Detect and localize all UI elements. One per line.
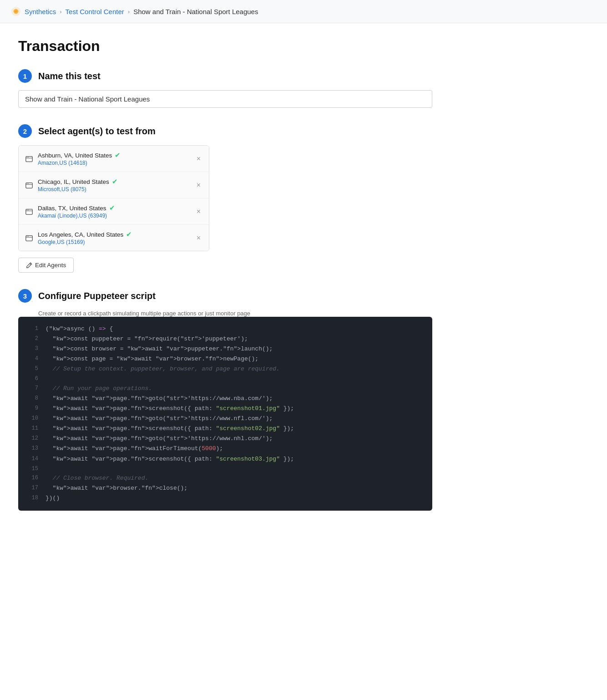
- step-2-section: 2 Select agent(s) to test from Ashburn, …: [18, 124, 437, 273]
- svg-point-16: [27, 236, 27, 236]
- main-content: Transaction 1 Name this test 2 Select ag…: [0, 23, 455, 542]
- agent-list-item: Dallas, TX, United States ✔ Akamai (Lino…: [19, 198, 209, 225]
- agent-list-item: Los Angeles, CA, United States ✔ Google,…: [19, 225, 209, 251]
- step-2-badge: 2: [18, 124, 32, 138]
- code-line: 2 "kw">const puppeteer = "fn">require("s…: [18, 334, 432, 344]
- code-line: 1("kw">async () => {: [18, 324, 432, 334]
- line-number: 13: [25, 444, 38, 453]
- browser-icon: [25, 208, 33, 216]
- agent-sub: Microsoft,US (8075): [38, 186, 190, 193]
- breadcrumb-synthetics-link[interactable]: Synthetics: [25, 8, 56, 15]
- browser-icon: [25, 155, 33, 163]
- line-number: 5: [25, 364, 38, 373]
- line-code: "kw">await "var">page."fn">goto("str">'h…: [46, 414, 273, 424]
- agent-check-icon: ✔: [109, 204, 115, 212]
- step-3-badge: 3: [18, 289, 32, 303]
- step-1-title: Name this test: [38, 71, 101, 81]
- code-line: 12 "kw">await "var">page."fn">goto("str"…: [18, 434, 432, 444]
- breadcrumb: Synthetics › Test Control Center › Show …: [0, 0, 607, 23]
- agent-check-icon: ✔: [115, 151, 121, 159]
- line-code: "kw">await "var">page."fn">screenshot({ …: [46, 424, 294, 434]
- step-1-header: 1 Name this test: [18, 69, 437, 83]
- code-line: 3 "kw">const browser = "kw">await "var">…: [18, 344, 432, 354]
- synthetics-logo-icon: [11, 6, 21, 16]
- line-code: "kw">const browser = "kw">await "var">pu…: [46, 344, 273, 354]
- step-3-title: Configure Puppeteer script: [38, 291, 156, 301]
- code-line: 4 "kw">const page = "kw">await "var">bro…: [18, 354, 432, 364]
- test-name-input[interactable]: [18, 90, 432, 108]
- line-number: 18: [25, 493, 38, 502]
- code-line: 13 "kw">await "var">page."fn">waitForTim…: [18, 444, 432, 454]
- svg-point-1: [15, 10, 17, 13]
- svg-point-17: [28, 236, 28, 236]
- line-code: "kw">await "var">page."fn">goto("str">'h…: [46, 394, 273, 404]
- step-3-header: 3 Configure Puppeteer script: [18, 289, 437, 303]
- line-number: 14: [25, 454, 38, 463]
- page-title: Transaction: [18, 38, 437, 55]
- step-3-section: 3 Configure Puppeteer script Create or r…: [18, 289, 437, 511]
- agent-sub: Amazon,US (14618): [38, 160, 190, 166]
- agent-info: Ashburn, VA, United States ✔ Amazon,US (…: [38, 151, 190, 166]
- agent-info: Los Angeles, CA, United States ✔ Google,…: [38, 230, 190, 245]
- line-code: "kw">await "var">page."fn">waitForTimeou…: [46, 444, 223, 454]
- agent-remove-button[interactable]: ×: [195, 207, 202, 216]
- breadcrumb-sep-1: ›: [60, 8, 61, 15]
- agents-list: Ashburn, VA, United States ✔ Amazon,US (…: [18, 145, 209, 251]
- step-2-title: Select agent(s) to test from: [38, 126, 156, 137]
- code-line: 10 "kw">await "var">page."fn">goto("str"…: [18, 414, 432, 424]
- line-number: 9: [25, 404, 38, 413]
- step-1-section: 1 Name this test: [18, 69, 437, 108]
- line-number: 7: [25, 384, 38, 393]
- line-code: "kw">const page = "kw">await "var">brows…: [46, 354, 258, 364]
- agent-name: Los Angeles, CA, United States ✔: [38, 230, 190, 238]
- line-number: 15: [25, 464, 38, 473]
- svg-point-5: [28, 157, 28, 157]
- agent-list-item: Chicago, IL, United States ✔ Microsoft,U…: [19, 172, 209, 198]
- step-1-badge: 1: [18, 69, 32, 83]
- breadcrumb-sep-2: ›: [128, 8, 130, 15]
- svg-point-12: [27, 209, 27, 210]
- line-number: 3: [25, 344, 38, 353]
- agent-remove-button[interactable]: ×: [195, 181, 202, 190]
- line-number: 2: [25, 334, 38, 343]
- code-line: 14 "kw">await "var">page."fn">screenshot…: [18, 454, 432, 464]
- line-number: 17: [25, 483, 38, 492]
- line-code: "kw">await "var">page."fn">screenshot({ …: [46, 404, 294, 414]
- agent-sub: Akamai (Linode),US (63949): [38, 213, 190, 219]
- agent-list-item: Ashburn, VA, United States ✔ Amazon,US (…: [19, 146, 209, 172]
- edit-agents-label: Edit Agents: [35, 262, 66, 269]
- svg-point-13: [28, 209, 28, 210]
- code-line: 17 "kw">await "var">browser."fn">close()…: [18, 483, 432, 493]
- agent-check-icon: ✔: [112, 178, 118, 186]
- line-code: // Setup the context. puppeteer, browser…: [46, 364, 280, 374]
- browser-icon: [25, 181, 33, 189]
- agent-remove-button[interactable]: ×: [195, 154, 202, 163]
- line-number: 6: [25, 374, 38, 383]
- line-number: 12: [25, 434, 38, 443]
- line-code: ("kw">async () => {: [46, 324, 113, 334]
- agent-name: Chicago, IL, United States ✔: [38, 178, 190, 186]
- agent-info: Dallas, TX, United States ✔ Akamai (Lino…: [38, 204, 190, 219]
- agent-remove-button[interactable]: ×: [195, 233, 202, 243]
- edit-agents-button[interactable]: Edit Agents: [18, 258, 74, 273]
- line-number: 16: [25, 473, 38, 482]
- svg-point-8: [27, 183, 27, 183]
- line-number: 4: [25, 354, 38, 363]
- code-line: 5 // Setup the context. puppeteer, brows…: [18, 364, 432, 374]
- breadcrumb-tcc-link[interactable]: Test Control Center: [66, 8, 124, 15]
- line-code: "kw">await "var">page."fn">goto("str">'h…: [46, 434, 273, 444]
- line-number: 1: [25, 324, 38, 333]
- code-line: 15: [18, 464, 432, 473]
- line-code: // Run your page operations.: [46, 384, 152, 394]
- agent-check-icon: ✔: [126, 230, 132, 238]
- code-line: 9 "kw">await "var">page."fn">screenshot(…: [18, 404, 432, 414]
- agent-name: Dallas, TX, United States ✔: [38, 204, 190, 212]
- line-number: 10: [25, 414, 38, 423]
- step-3-subtitle: Create or record a clickpath simulating …: [38, 310, 437, 317]
- line-code: })(): [46, 493, 60, 503]
- line-code: "kw">const puppeteer = "fn">require("str…: [46, 334, 248, 344]
- code-editor[interactable]: 1("kw">async () => {2 "kw">const puppete…: [18, 317, 432, 511]
- svg-point-4: [27, 157, 27, 157]
- line-number: 11: [25, 424, 38, 433]
- code-line: 11 "kw">await "var">page."fn">screenshot…: [18, 424, 432, 434]
